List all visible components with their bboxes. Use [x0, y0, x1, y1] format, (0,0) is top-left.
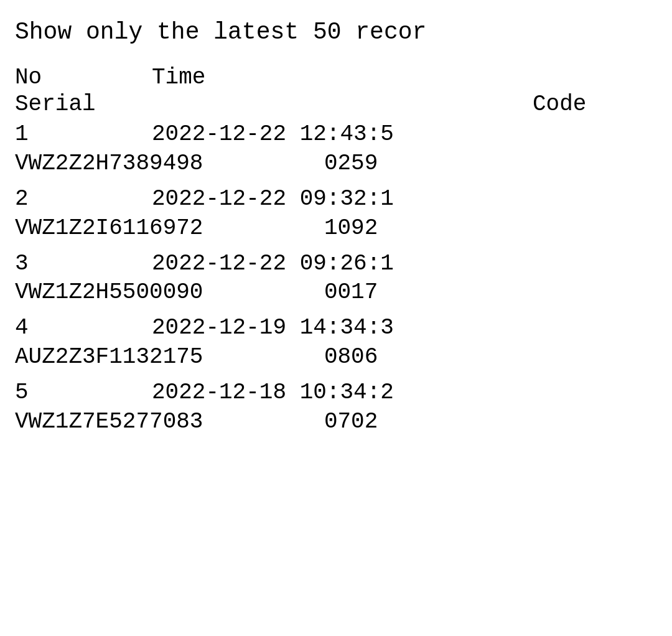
table-row: 3 2022-12-22 09:26:1 VWZ1Z2H5500090 0017: [15, 250, 657, 312]
row-datetime-2: 2022-12-22 09:32:1: [152, 185, 533, 214]
data-row-serial-2: VWZ1Z2I6116972 1092: [15, 214, 657, 247]
col-code-header-2: Code: [533, 91, 657, 118]
data-row-main-2: 2 2022-12-22 09:32:1: [15, 185, 657, 214]
row-serial-value-4: AUZ2Z3F1132175 0806: [15, 343, 657, 376]
col-time-header: Time: [152, 64, 533, 91]
row-datetime-4: 2022-12-19 14:34:3: [152, 314, 533, 343]
serial-text-5: VWZ1Z7E5277083: [15, 409, 203, 434]
row-no-3: 3: [15, 250, 152, 279]
serial-text-1: VWZ2Z2H7389498: [15, 151, 203, 176]
row-code-5: [533, 378, 657, 408]
serial-text-2: VWZ1Z2I6116972: [15, 215, 203, 241]
data-row-main-4: 4 2022-12-19 14:34:3: [15, 314, 657, 343]
table-row: 5 2022-12-18 10:34:2 VWZ1Z7E5277083 0702: [15, 378, 657, 441]
serial-code-4: 0806: [324, 344, 378, 370]
col-time-header2: [152, 91, 533, 118]
row-serial-value-5: VWZ1Z7E5277083 0702: [15, 408, 657, 441]
serial-code-1: 0259: [324, 151, 378, 176]
row-serial-value-3: VWZ1Z2H5500090 0017: [15, 278, 657, 311]
data-row-serial-1: VWZ2Z2H7389498 0259: [15, 149, 657, 182]
row-datetime-1: 2022-12-22 12:43:5: [152, 120, 533, 149]
table-row: 2 2022-12-22 09:32:1 VWZ1Z2I6116972 1092: [15, 185, 657, 247]
table-header-row2: Serial Code: [15, 91, 657, 118]
row-serial-value-2: VWZ1Z2I6116972 1092: [15, 214, 657, 247]
col-no-header: No: [15, 64, 152, 91]
serial-code-5: 0702: [324, 409, 378, 434]
serial-text-4: AUZ2Z3F1132175: [15, 344, 203, 370]
data-row-main-1: 1 2022-12-22 12:43:5: [15, 120, 657, 149]
header-banner: Show only the latest 50 recor: [15, 19, 657, 45]
row-datetime-3: 2022-12-22 09:26:1: [152, 250, 533, 279]
header-text: Show only the latest 50 recor: [15, 19, 657, 45]
row-code-4: [533, 314, 657, 343]
row-no-1: 1: [15, 120, 152, 149]
data-row-serial-3: VWZ1Z2H5500090 0017: [15, 278, 657, 311]
serial-text-3: VWZ1Z2H5500090: [15, 279, 203, 305]
col-code-header-1: [533, 64, 657, 91]
records-table: No Time Serial Code 1 2022-12-22 12:43:5…: [15, 64, 657, 440]
row-serial-value-1: VWZ2Z2H7389498 0259: [15, 149, 657, 182]
data-row-serial-5: VWZ1Z7E5277083 0702: [15, 408, 657, 441]
table-header-row1: No Time: [15, 64, 657, 91]
data-row-main-5: 5 2022-12-18 10:34:2: [15, 378, 657, 408]
row-no-4: 4: [15, 314, 152, 343]
serial-code-3: 0017: [324, 279, 378, 305]
row-code-1: [533, 120, 657, 149]
table-row: 4 2022-12-19 14:34:3 AUZ2Z3F1132175 0806: [15, 314, 657, 376]
row-no-5: 5: [15, 378, 152, 408]
row-no-2: 2: [15, 185, 152, 214]
serial-code-2: 1092: [324, 215, 378, 241]
table-row: 1 2022-12-22 12:43:5 VWZ2Z2H7389498 0259: [15, 120, 657, 182]
data-row-main-3: 3 2022-12-22 09:26:1: [15, 250, 657, 279]
row-datetime-5: 2022-12-18 10:34:2: [152, 378, 533, 408]
row-code-2: [533, 185, 657, 214]
col-serial-header: Serial: [15, 91, 152, 118]
row-code-3: [533, 250, 657, 279]
data-row-serial-4: AUZ2Z3F1132175 0806: [15, 343, 657, 376]
